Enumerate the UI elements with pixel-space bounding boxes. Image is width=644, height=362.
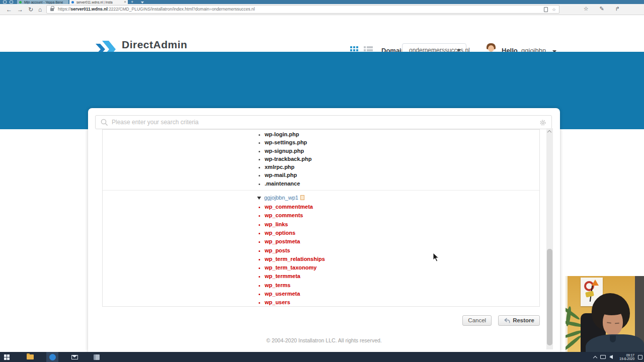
table-item: wp_termmeta <box>265 272 539 280</box>
table-link[interactable]: wp_terms <box>265 282 290 288</box>
file-explorer-button[interactable] <box>24 352 36 362</box>
database-node[interactable]: ggjojbbn_wp1 <box>103 194 539 202</box>
volume-muted-icon[interactable] <box>609 355 613 359</box>
table-link[interactable]: wp_term_taxonomy <box>265 264 316 270</box>
app-icon <box>49 354 56 360</box>
table-item: wp_comments <box>265 211 539 219</box>
scrollbar-thumb[interactable] <box>547 249 552 345</box>
url-scheme: https:// <box>58 7 71 12</box>
search-icon <box>101 119 108 126</box>
table-link[interactable]: wp_commentmeta <box>265 204 313 210</box>
annotate-pen-icon[interactable]: ✎ <box>600 6 604 12</box>
directadmin-header: DirectAdmin web control panel Domain ond… <box>0 15 644 52</box>
tab-close-icon[interactable]: × <box>124 0 126 4</box>
tray-expand-icon[interactable] <box>593 355 597 359</box>
active-app-button[interactable] <box>46 352 58 362</box>
lock-icon <box>50 8 54 11</box>
scroll-up-icon[interactable] <box>547 130 551 134</box>
taskbar-clock[interactable]: 09:17 19-6-2020 <box>616 353 634 361</box>
logo-title: DirectAdmin <box>122 39 187 51</box>
table-link[interactable]: wp_termmeta <box>265 273 300 279</box>
url-domain: server011.wdns.nl <box>71 7 108 12</box>
refresh-icon[interactable]: ↻ <box>28 6 33 14</box>
browser-tab-inactive[interactable]: Mijn account - Yeppa Bene <box>17 0 68 4</box>
settings-gear-icon[interactable] <box>539 119 546 126</box>
file-item: wp-signup.php <box>265 147 539 155</box>
outlook-icon <box>94 354 100 360</box>
forward-icon[interactable]: → <box>17 6 23 14</box>
windows-logo-icon <box>4 354 10 360</box>
envelope-icon <box>71 355 78 359</box>
file-item: wp-login.php <box>265 130 539 138</box>
network-icon[interactable] <box>600 355 606 359</box>
outlook-app-button[interactable] <box>91 352 103 362</box>
url-path: :2222/CMD_PLUGINS/installatron/index.htm… <box>108 7 255 12</box>
table-item: wp_term_taxonomy <box>265 263 539 272</box>
action-center-icon[interactable] <box>638 355 642 359</box>
tab-favicon-icon <box>19 1 22 4</box>
mail-app-button[interactable] <box>68 352 80 362</box>
table-item: wp_posts <box>265 246 539 254</box>
back-icon[interactable]: ← <box>6 6 12 14</box>
file-item: wp-trackback.php <box>265 155 539 163</box>
table-item: wp_postmeta <box>265 237 539 245</box>
search-input[interactable] <box>112 116 524 128</box>
table-link[interactable]: wp_comments <box>265 212 303 218</box>
tabs-dropdown-icon[interactable] <box>141 2 144 4</box>
share-icon[interactable]: ↱ <box>615 6 620 12</box>
browser-tab-strip: Mijn account - Yeppa Bene server011.wdns… <box>0 0 644 4</box>
expanded-triangle-icon[interactable] <box>257 197 261 200</box>
table-item: wp_users <box>265 298 539 306</box>
tab-title: server011.wdns.nl | Insta <box>76 1 113 4</box>
search-box <box>95 115 552 129</box>
table-link[interactable]: wp_links <box>265 221 288 227</box>
table-item: wp_options <box>265 228 539 237</box>
installatron-panel: wp-login.phpwp-settings.phpwp-signup.php… <box>88 108 560 352</box>
table-link[interactable]: wp_usermeta <box>265 291 300 297</box>
new-tab-button[interactable]: + <box>131 0 133 4</box>
tab-preview-icon[interactable] <box>3 1 7 4</box>
browser-tab-active[interactable]: server011.wdns.nl | Insta × <box>69 0 128 4</box>
table-link[interactable]: wp_term_relationships <box>265 256 325 262</box>
system-tray: 09:17 19-6-2020 <box>594 352 642 362</box>
file-item: wp-mail.php <box>265 171 539 179</box>
table-item: wp_commentmeta <box>265 202 539 211</box>
database-icon <box>300 195 304 200</box>
tab-title: Mijn account - Yeppa Bene <box>24 1 63 4</box>
folder-icon <box>27 354 34 359</box>
table-item: wp_usermeta <box>265 289 539 298</box>
file-list: wp-login.phpwp-settings.phpwp-signup.php… <box>103 130 539 188</box>
file-item: wp-settings.php <box>265 138 539 146</box>
vertical-scrollbar[interactable] <box>546 128 553 349</box>
database-name-link[interactable]: ggjojbbn_wp1 <box>264 195 298 201</box>
windows-taskbar: 09:17 19-6-2020 <box>0 352 644 362</box>
restore-arrow-icon <box>504 317 510 324</box>
cancel-button[interactable]: Cancel <box>462 315 492 326</box>
home-icon[interactable]: ⌂ <box>38 6 42 14</box>
reading-view-icon[interactable] <box>544 7 548 12</box>
copyright-footer: © 2004-2020 Installatron LLC. All rights… <box>88 337 560 343</box>
table-link[interactable]: wp_users <box>265 299 290 305</box>
table-item: wp_links <box>265 220 539 228</box>
address-bar[interactable]: https://server011.wdns.nl:2222/CMD_PLUGI… <box>46 5 559 14</box>
tab-favicon-icon <box>71 1 74 4</box>
table-link[interactable]: wp_options <box>265 230 295 236</box>
restore-button[interactable]: Restore <box>498 315 540 326</box>
favorites-bar-icon[interactable]: ☆ <box>584 6 589 12</box>
tabs-aside-icon[interactable] <box>10 1 13 4</box>
table-item: wp_terms <box>265 281 539 289</box>
divider <box>103 190 539 191</box>
favorite-star-icon[interactable]: ☆ <box>552 6 556 14</box>
file-item: .maintenance <box>265 179 539 188</box>
file-item: xmlrpc.php <box>265 163 539 171</box>
webcam-overlay <box>566 276 644 352</box>
browser-toolbar: ← → ↻ ⌂ https://server011.wdns.nl:2222/C… <box>0 4 644 15</box>
table-link[interactable]: wp_postmeta <box>265 238 300 244</box>
table-list: wp_commentmetawp_commentswp_linkswp_opti… <box>103 202 539 307</box>
table-item: wp_term_relationships <box>265 254 539 263</box>
restore-file-tree: wp-login.phpwp-settings.phpwp-signup.php… <box>102 129 540 307</box>
mouse-cursor <box>433 252 440 262</box>
table-link[interactable]: wp_posts <box>265 247 290 253</box>
start-button[interactable] <box>1 352 13 362</box>
